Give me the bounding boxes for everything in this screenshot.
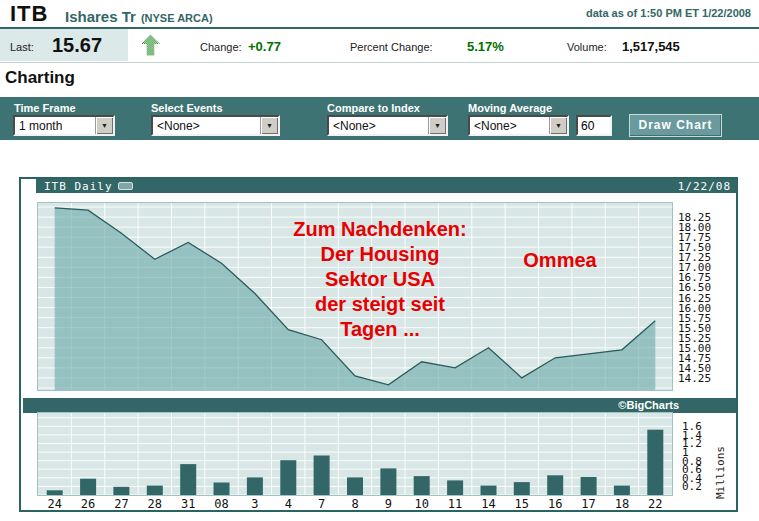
quote-divider <box>0 62 759 63</box>
select-events-select[interactable]: <None> ▼ <box>151 115 280 136</box>
date-tick-label: 17 <box>581 497 595 511</box>
date-tick-label: 7 <box>318 497 325 511</box>
date-tick-label: 27 <box>114 497 128 511</box>
date-tick-label: 24 <box>47 497 61 511</box>
last-label: Last: <box>10 41 34 53</box>
date-tick-label: 8 <box>351 497 358 511</box>
change-value: +0.77 <box>248 39 281 54</box>
ticker-symbol: ITB <box>10 1 48 27</box>
date-tick-label: 22 <box>648 497 662 511</box>
select-events-value: <None> <box>153 117 260 134</box>
chart-title: ITB Daily <box>44 180 113 193</box>
date-tick-label: 4 <box>285 497 292 511</box>
volume-tick-label: 0.2 <box>682 481 702 492</box>
compare-to-index-label: Compare to Index <box>327 102 420 114</box>
chevron-down-icon: ▼ <box>549 117 567 134</box>
time-frame-label: Time Frame <box>14 102 76 114</box>
date-tick-label: 18 <box>615 497 629 511</box>
annotation-side-note: Ommea <box>505 249 615 272</box>
select-events-label: Select Events <box>151 102 223 114</box>
chart-date: 1/22/08 <box>678 180 731 193</box>
compare-to-index-value: <None> <box>329 117 428 134</box>
bigcharts-copyright: ©BigCharts <box>618 399 679 411</box>
date-axis-labels: 242627283108347891011141516171822 <box>38 497 672 509</box>
date-tick-label: 31 <box>181 497 195 511</box>
exchange-label: (NYSE ARCA) <box>141 12 213 24</box>
percent-change-value: 5.17% <box>467 39 504 54</box>
chevron-down-icon: ▼ <box>95 117 113 134</box>
price-tick-label: 14.25 <box>678 373 711 384</box>
date-tick-label: 16 <box>548 497 562 511</box>
company-name-text: Ishares Tr <box>65 8 136 25</box>
time-frame-select[interactable]: 1 month ▼ <box>13 115 115 136</box>
copyright-bar: ©BigCharts <box>23 398 736 413</box>
legend-box-icon <box>118 182 133 190</box>
data-as-of-timestamp: data as of 1:50 PM ET 1/22/2008 <box>586 7 751 19</box>
moving-average-value: <None> <box>470 117 549 134</box>
volume-axis-title: Millions <box>714 409 727 499</box>
date-tick-label: 26 <box>81 497 95 511</box>
up-arrow-icon <box>141 34 160 60</box>
moving-average-label: Moving Average <box>468 102 552 114</box>
price-axis-labels: 18.2518.0017.7517.5017.2517.0016.7516.50… <box>678 203 720 390</box>
last-price-value: 15.67 <box>52 34 102 57</box>
chevron-down-icon: ▼ <box>260 117 278 134</box>
page-title: Charting <box>5 68 75 88</box>
compare-to-index-select[interactable]: <None> ▼ <box>327 115 448 136</box>
moving-average-select[interactable]: <None> ▼ <box>468 115 569 136</box>
chart-title-bar: ITB Daily 1/22/08 <box>36 179 737 193</box>
annotation-line: Sektor USA <box>230 267 530 292</box>
volume-label: Volume: <box>567 41 607 53</box>
date-tick-label: 11 <box>448 497 462 511</box>
date-tick-label: 08 <box>214 497 228 511</box>
annotation-line: Zum Nachdenken: <box>230 217 530 242</box>
volume-chart <box>37 412 673 496</box>
date-tick-label: 14 <box>481 497 495 511</box>
percent-change-label: Percent Change: <box>350 41 433 53</box>
date-tick-label: 28 <box>148 497 162 511</box>
date-tick-label: 3 <box>251 497 258 511</box>
volume-axis-labels: 1.61.41.210.80.60.40.2 <box>682 413 712 495</box>
draw-chart-button[interactable]: Draw Chart <box>629 114 722 137</box>
time-frame-value: 1 month <box>15 117 95 134</box>
company-name: Ishares Tr(NYSE ARCA) <box>65 8 213 25</box>
ma-period-input[interactable] <box>576 115 612 136</box>
volume-value: 1,517,545 <box>622 39 680 54</box>
date-tick-label: 9 <box>385 497 392 511</box>
date-tick-label: 10 <box>414 497 428 511</box>
date-tick-label: 15 <box>515 497 529 511</box>
annotation-line: Der Housing <box>230 242 530 267</box>
chart-annotation: Zum Nachdenken: Der Housing Sektor USA d… <box>230 217 530 342</box>
annotation-line: Tagen ... <box>230 317 530 342</box>
change-label: Change: <box>200 41 242 53</box>
chevron-down-icon: ▼ <box>428 117 446 134</box>
annotation-line: der steigt seit <box>230 292 530 317</box>
